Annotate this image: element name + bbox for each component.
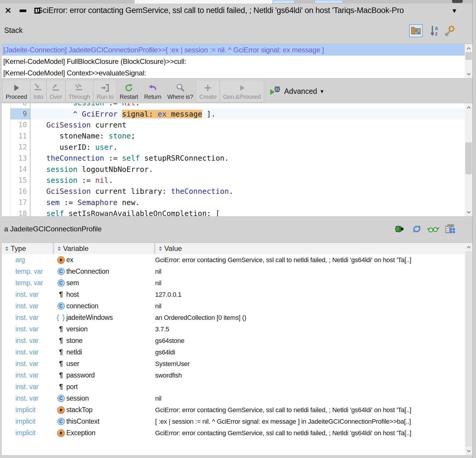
variable-name: netldi bbox=[66, 348, 82, 356]
list-view-button[interactable] bbox=[444, 224, 456, 236]
background-fragment bbox=[315, 0, 343, 4]
stack-frame-list: [Jadeite-Connection] JadeiteGCIConnectio… bbox=[2, 44, 465, 78]
variable-row[interactable]: temp. varCsemnil bbox=[2, 277, 465, 289]
advanced-menu[interactable]: Advanced ▼ bbox=[269, 80, 324, 102]
variable-name: connection bbox=[66, 302, 98, 310]
sort-az-button[interactable]: a z bbox=[429, 25, 440, 37]
table-scrollbar[interactable] bbox=[465, 243, 472, 455]
debugger-window: ✕ GciError: error contacting GemService,… bbox=[0, 0, 476, 458]
stack-scrollbar[interactable] bbox=[465, 44, 472, 78]
variable-row[interactable]: inst. var¶port bbox=[2, 381, 465, 393]
code-line[interactable]: 14 session logoutNbNoError. bbox=[2, 164, 465, 175]
variable-name: ex bbox=[66, 256, 73, 264]
runto-button[interactable]: Run to bbox=[93, 80, 117, 102]
variable-row[interactable]: inst. varCconnectionnil bbox=[2, 300, 465, 312]
column-header-variable[interactable]: Variable bbox=[54, 243, 154, 254]
code-text: session := nil. bbox=[30, 103, 140, 107]
refresh-button[interactable] bbox=[411, 224, 423, 236]
variable-name-cell: CthisContext bbox=[53, 417, 154, 425]
variable-row[interactable]: inst. var¶version3.7.5 bbox=[2, 323, 465, 335]
return-button[interactable]: Return bbox=[141, 80, 164, 102]
code-line[interactable]: 8 session := nil. bbox=[2, 103, 465, 108]
toolbar-button-label: Over bbox=[47, 93, 65, 101]
restart-button[interactable]: Restart bbox=[117, 80, 141, 102]
minimize-button[interactable] bbox=[20, 9, 26, 12]
variable-name: Exception bbox=[66, 429, 95, 437]
variable-row[interactable]: inst. var¶host127.0.0.1 bbox=[2, 289, 465, 300]
toolbar-button-label: Run to bbox=[94, 93, 116, 101]
whereis-button[interactable]: Where is? bbox=[164, 80, 196, 102]
code-line[interactable]: 11 stoneName: stone; bbox=[2, 130, 465, 141]
code-text: GciSession current bbox=[30, 121, 126, 129]
close-button[interactable]: ✕ bbox=[5, 7, 12, 15]
code-line[interactable]: 17 sem := Semaphore new. bbox=[2, 197, 465, 208]
genproceed-button[interactable]: Gen.&Proceed bbox=[220, 80, 264, 102]
stack-frame[interactable]: [Kernel-CodeModel] FullBlockClosure (Blo… bbox=[2, 56, 465, 67]
into-button[interactable]: Into bbox=[30, 80, 46, 102]
code-editor[interactable]: 8 session := nil.9 ^ GciError signal: ex… bbox=[2, 103, 472, 217]
inspector-header: a JadeiteGCIConnectionProfile bbox=[0, 217, 472, 243]
variable-name-cell: Csession bbox=[53, 394, 154, 402]
variable-row[interactable]: implicitCthisContext[ :ex | session := n… bbox=[2, 416, 465, 427]
scroll-down-icon[interactable] bbox=[465, 209, 472, 216]
proceed-button[interactable]: Proceed bbox=[2, 80, 30, 102]
class-icon: C bbox=[57, 418, 65, 425]
debug-bug-button[interactable] bbox=[393, 224, 405, 236]
over-button[interactable]: Over bbox=[46, 80, 65, 102]
code-line[interactable]: 10 GciSession current bbox=[2, 120, 465, 130]
scrollbar-thumb[interactable] bbox=[465, 142, 472, 174]
line-number: 10 bbox=[2, 120, 30, 130]
variable-row[interactable]: inst. var{ }jadeiteWindowsan OrderedColl… bbox=[2, 312, 465, 323]
code-line[interactable]: 13 theConnection := self setupRSRConnect… bbox=[2, 153, 465, 164]
stack-frame[interactable]: [Jadeite-Connection] JadeiteGCIConnectio… bbox=[2, 44, 465, 56]
scrollbar-thumb[interactable] bbox=[465, 251, 472, 447]
variable-value: GciError: error contacting GemService, s… bbox=[154, 256, 465, 264]
settings-button[interactable] bbox=[444, 25, 456, 37]
variable-row[interactable]: inst. var¶userSystemUser bbox=[2, 358, 465, 370]
stack-frame[interactable]: [Kernel-CodeModel] Context>>evaluateSign… bbox=[2, 67, 465, 78]
code-line[interactable]: 16 GciSession current library: theConnec… bbox=[2, 186, 465, 197]
scroll-up-icon[interactable] bbox=[465, 44, 472, 52]
sort-icon bbox=[159, 246, 162, 251]
column-header-type[interactable]: Type bbox=[2, 243, 53, 254]
inspect-button[interactable] bbox=[427, 224, 439, 236]
variable-row[interactable]: implicitstackTopGciError: error contacti… bbox=[2, 404, 465, 416]
variable-row[interactable]: temp. varCtheConnectionnil bbox=[2, 266, 465, 277]
through-button[interactable]: Through bbox=[65, 80, 93, 102]
variable-row[interactable]: implicitExceptionGciError: error contact… bbox=[2, 427, 465, 439]
column-header-label: Value bbox=[164, 244, 182, 253]
variable-row[interactable]: inst. varCsessionnil bbox=[2, 393, 465, 404]
code-scroll-area[interactable]: 8 session := nil.9 ^ GciError signal: ex… bbox=[2, 103, 465, 216]
code-line[interactable]: 15 session := nil. bbox=[2, 175, 465, 186]
column-header-value[interactable]: Value bbox=[155, 243, 465, 254]
variable-row[interactable]: inst. var¶passwordswordfish bbox=[2, 370, 465, 381]
variable-name-cell: ex bbox=[53, 256, 154, 264]
whereis-icon bbox=[175, 82, 185, 93]
code-line[interactable]: 9 ^ GciError signal: ex message ]. bbox=[2, 108, 465, 119]
variable-type: arg bbox=[2, 256, 53, 264]
variable-row[interactable]: inst. var¶stonegs64stone bbox=[2, 335, 465, 346]
scroll-down-icon[interactable] bbox=[465, 70, 472, 78]
code-line[interactable]: 12 userID: user. bbox=[2, 142, 465, 153]
scroll-down-icon[interactable] bbox=[465, 447, 472, 455]
class-icon: C bbox=[57, 395, 65, 402]
string-icon: ¶ bbox=[59, 383, 63, 391]
scroll-up-icon[interactable] bbox=[465, 243, 472, 251]
create-button[interactable]: Create bbox=[196, 80, 220, 102]
code-line[interactable]: 18 self setIsRowanAvailableOnCompletion:… bbox=[2, 208, 465, 216]
scrollbar-thumb[interactable] bbox=[465, 52, 472, 60]
line-number: 14 bbox=[2, 164, 30, 175]
browse-button[interactable] bbox=[409, 24, 423, 37]
code-text: self setIsRowanAvailableOnCompletion: [ bbox=[30, 209, 220, 216]
variable-name-cell: Exception bbox=[53, 429, 154, 437]
editor-scrollbar[interactable] bbox=[465, 103, 472, 216]
window-menu-caret-icon[interactable]: ▼ bbox=[451, 7, 458, 15]
variable-row[interactable]: argexGciError: error contacting GemServi… bbox=[2, 254, 465, 266]
folder-grid-icon bbox=[411, 26, 421, 36]
variable-row[interactable]: inst. var¶netldigs64ldi bbox=[2, 346, 465, 358]
variable-name: host bbox=[66, 291, 79, 299]
string-icon: ¶ bbox=[59, 325, 63, 333]
advanced-caret-icon: ▼ bbox=[319, 89, 324, 95]
scroll-up-icon[interactable] bbox=[465, 103, 472, 111]
variable-name-cell: ¶port bbox=[53, 383, 154, 391]
